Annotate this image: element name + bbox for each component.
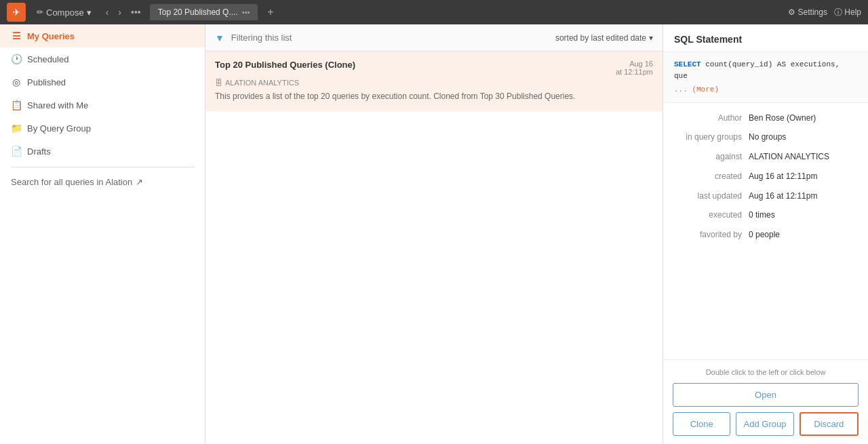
shared-icon: 📋 — [11, 100, 22, 110]
query-card[interactable]: Top 20 Published Queries (Clone) Aug 16 … — [205, 52, 663, 111]
compose-label: Compose — [46, 7, 84, 18]
help-label: Help — [844, 7, 861, 17]
add-tab-button[interactable]: + — [263, 6, 277, 18]
nav-back-button[interactable]: ‹ — [102, 5, 113, 19]
source-db-icon: 🗄 — [215, 79, 222, 87]
scheduled-icon: 🕐 — [11, 54, 22, 64]
query-card-description: This provides a list of the top 20 queri… — [215, 91, 653, 102]
compose-chevron: ▾ — [87, 7, 92, 18]
right-panel-footer: Double click to the left or click below … — [663, 359, 868, 444]
filter-input[interactable] — [231, 33, 549, 43]
sql-keyword-select: SELECT — [674, 60, 705, 68]
meta-created: created Aug 16 at 12:11pm — [663, 167, 868, 186]
meta-author-value: Ben Rose (Owner) — [749, 113, 857, 124]
query-list: Top 20 Published Queries (Clone) Aug 16 … — [205, 52, 663, 444]
meta-against-value: ALATION ANALYTICS — [749, 151, 857, 163]
nav-dots-button[interactable]: ••• — [127, 5, 144, 19]
sort-chevron: ▾ — [649, 33, 653, 43]
query-date-line2: at 12:11pm — [616, 68, 653, 76]
app-logo[interactable]: ✈ — [7, 3, 26, 22]
main-layout: ☰ My Queries 🕐 Scheduled ◎ Published 📋 S… — [0, 24, 868, 444]
query-group-icon: 📁 — [11, 123, 22, 134]
sidebar-item-label-shared: Shared with Me — [27, 100, 88, 110]
meta-query-groups: in query groups No groups — [663, 127, 868, 147]
nav-forward-button[interactable]: › — [115, 5, 125, 19]
sidebar-item-label-published: Published — [27, 77, 66, 87]
sidebar-item-drafts[interactable]: 📄 Drafts — [0, 140, 205, 163]
button-row: Clone Add Group Discard — [673, 412, 859, 436]
search-link-label: Search for all queries in Alation — [11, 177, 132, 187]
sidebar-item-published[interactable]: ◎ Published — [0, 70, 205, 94]
right-panel: SQL Statement SELECT count(query_id) AS … — [663, 24, 868, 444]
footer-hint: Double click to the left or click below — [673, 368, 859, 376]
sort-label: sorted by last edited date — [555, 33, 646, 43]
sidebar-item-label-query-group: By Query Group — [27, 123, 91, 134]
sql-preview: SELECT count(query_id) AS executions, qu… — [663, 52, 868, 103]
meta-favorited-by-label: favorited by — [674, 229, 749, 241]
clone-button[interactable]: Clone — [673, 412, 730, 436]
filter-icon: ▼ — [215, 33, 224, 43]
help-icon: ⓘ — [834, 7, 842, 17]
help-button[interactable]: ⓘ Help — [834, 7, 861, 18]
my-queries-icon: ☰ — [11, 31, 22, 41]
meta-against: against ALATION ANALYTICS — [663, 147, 868, 167]
add-group-button[interactable]: Add Group — [736, 412, 793, 436]
right-panel-header: SQL Statement — [663, 24, 868, 52]
sidebar-item-shared-with-me[interactable]: 📋 Shared with Me — [0, 94, 205, 117]
query-card-source: 🗄 ALATION ANALYTICS — [215, 79, 653, 87]
active-tab[interactable]: Top 20 Published Q.... ••• — [150, 4, 258, 20]
settings-label: Settings — [798, 7, 827, 17]
discard-button[interactable]: Discard — [800, 412, 859, 436]
sql-ellipsis: ... — [674, 85, 692, 94]
sidebar-item-label-my-queries: My Queries — [27, 31, 75, 41]
settings-icon: ⚙ — [788, 7, 795, 17]
sidebar: ☰ My Queries 🕐 Scheduled ◎ Published 📋 S… — [0, 24, 205, 444]
meta-executed-value: 0 times — [749, 209, 857, 221]
sidebar-item-by-query-group[interactable]: 📁 By Query Group — [0, 117, 205, 140]
search-all-queries-link[interactable]: Search for all queries in Alation ↗ — [0, 171, 205, 193]
query-card-header: Top 20 Published Queries (Clone) Aug 16 … — [215, 60, 653, 76]
compose-button[interactable]: ✏ Compose ▾ — [31, 5, 97, 20]
nav-controls: ‹ › ••• — [102, 5, 144, 19]
meta-executed: executed 0 times — [663, 205, 868, 225]
sidebar-item-label-drafts: Drafts — [27, 146, 51, 157]
meta-author: Author Ben Rose (Owner) — [663, 108, 868, 128]
meta-query-groups-label: in query groups — [674, 132, 749, 143]
sidebar-item-label-scheduled: Scheduled — [27, 54, 68, 64]
query-date-line1: Aug 16 — [616, 60, 653, 68]
sidebar-item-scheduled[interactable]: 🕐 Scheduled — [0, 47, 205, 70]
meta-section: Author Ben Rose (Owner) in query groups … — [663, 103, 868, 360]
compose-icon: ✏ — [37, 7, 43, 17]
tab-label: Top 20 Published Q.... — [158, 7, 238, 17]
external-link-icon: ↗ — [136, 177, 143, 187]
meta-created-value: Aug 16 at 12:11pm — [749, 171, 857, 182]
meta-created-label: created — [674, 171, 749, 182]
meta-favorited-by-value: 0 people — [749, 229, 857, 241]
open-button[interactable]: Open — [673, 383, 859, 407]
published-icon: ◎ — [11, 77, 22, 87]
meta-author-label: Author — [674, 113, 749, 124]
sort-control[interactable]: sorted by last edited date ▾ — [555, 33, 653, 43]
query-card-date: Aug 16 at 12:11pm — [616, 60, 653, 76]
meta-last-updated-value: Aug 16 at 12:11pm — [749, 190, 857, 202]
content-area: ▼ sorted by last edited date ▾ Top 20 Pu… — [205, 24, 663, 444]
sidebar-divider — [11, 167, 194, 167]
sidebar-item-my-queries[interactable]: ☰ My Queries — [0, 24, 205, 47]
meta-against-label: against — [674, 151, 749, 163]
tab-dots[interactable]: ••• — [242, 8, 250, 16]
sql-more-link[interactable]: (More) — [692, 85, 719, 94]
meta-last-updated: last updated Aug 16 at 12:11pm — [663, 186, 868, 206]
logo-icon: ✈ — [12, 7, 20, 18]
meta-executed-label: executed — [674, 209, 749, 221]
topbar: ✈ ✏ Compose ▾ ‹ › ••• Top 20 Published Q… — [0, 0, 868, 24]
filter-bar: ▼ sorted by last edited date ▾ — [205, 24, 663, 52]
drafts-icon: 📄 — [11, 146, 22, 157]
sql-statement-title: SQL Statement — [674, 34, 857, 45]
meta-query-groups-value: No groups — [749, 132, 857, 143]
meta-favorited-by: favorited by 0 people — [663, 225, 868, 245]
topbar-right: ⚙ Settings ⓘ Help — [788, 7, 861, 18]
query-card-title: Top 20 Published Queries (Clone) — [215, 60, 355, 70]
settings-button[interactable]: ⚙ Settings — [788, 7, 827, 17]
meta-last-updated-label: last updated — [674, 190, 749, 202]
source-name: ALATION ANALYTICS — [225, 79, 299, 87]
